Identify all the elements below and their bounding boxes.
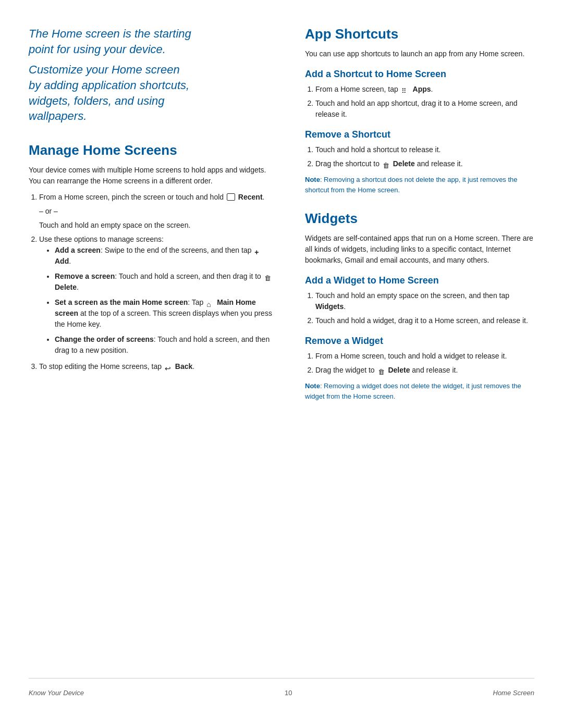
intro-text-3: Customize your Home screen — [29, 63, 180, 76]
manage-bullet3-bold: Set a screen as the main Home screen — [55, 298, 188, 306]
manage-recent-bold: Recent — [238, 193, 263, 201]
remove-widget-step2-text: Drag the widget to — [315, 366, 375, 374]
intro-text-2: point for using your device. — [29, 43, 166, 56]
widget-note-label: Note — [305, 382, 320, 390]
manage-back-bold: Back — [175, 362, 192, 371]
manage-bullet-list: Add a screen: Swipe to the end of the sc… — [39, 245, 279, 356]
footer-left: Know Your Device — [29, 689, 84, 697]
page-footer: Know Your Device 10 Home Screen — [29, 678, 534, 697]
manage-section: Manage Home Screens Your device comes wi… — [29, 142, 279, 372]
manage-bullet4-bold: Change the order of screens — [55, 335, 154, 343]
footer-page-number: 10 — [285, 689, 292, 697]
shortcut-note-label: Note — [305, 176, 320, 183]
widgets-heading: Widgets — [305, 211, 534, 227]
intro-text-1: The Home screen is the starting — [29, 27, 191, 40]
plus-icon — [254, 247, 262, 254]
manage-body: Your device comes with multiple Home scr… — [29, 165, 279, 187]
widget-note: Note: Removing a widget does not delete … — [305, 381, 534, 401]
manage-bullet1-text: : Swipe to the end of the screens, and t… — [101, 246, 252, 254]
apps-period: . — [431, 85, 433, 93]
add-widget-step2: Touch and hold a widget, drag it to a Ho… — [315, 315, 534, 326]
widget-delete-bold: Delete — [388, 366, 410, 374]
back-icon — [165, 363, 172, 371]
remove-shortcut-step1: Touch and hold a shortcut to release it. — [315, 144, 534, 155]
manage-step1: From a Home screen, pinch the screen or … — [39, 192, 279, 231]
manage-step3: To stop editing the Home screens, tap Ba… — [39, 361, 279, 372]
manage-bullet1: Add a screen: Swipe to the end of the sc… — [55, 245, 279, 267]
widgets-section: Widgets Widgets are self-contained apps … — [305, 211, 534, 401]
widgets-bold: Widgets — [315, 302, 344, 311]
widget-note-text: : Removing a widget does not delete the … — [305, 382, 521, 400]
two-column-layout: The Home screen is the starting point fo… — [29, 26, 534, 678]
manage-step1c: Touch and hold an empty space on the scr… — [39, 220, 279, 231]
manage-steps: From a Home screen, pinch the screen or … — [29, 192, 279, 372]
remove-shortcut-steps: Touch and hold a shortcut to release it.… — [305, 144, 534, 169]
delete-icon-1 — [264, 273, 272, 281]
shortcut-note-text: : Removing a shortcut does not delete th… — [305, 176, 518, 194]
remove-widget-heading: Remove a Widget — [305, 336, 534, 347]
add-shortcut-step1: From a Home screen, tap Apps. — [315, 84, 534, 95]
remove-widget-step1: From a Home screen, touch and hold a wid… — [315, 351, 534, 362]
remove-step2-end: and release it. — [417, 159, 463, 168]
manage-bullet2-bold: Remove a screen — [55, 272, 115, 280]
remove-shortcut-step2: Drag the shortcut to Delete and release … — [315, 158, 534, 169]
manage-bullet3-text: : Tap — [188, 298, 203, 306]
app-shortcuts-section: App Shortcuts You can use app shortcuts … — [305, 26, 534, 195]
shortcut-note: Note: Removing a shortcut does not delet… — [305, 175, 534, 195]
add-shortcut-step2: Touch and hold an app shortcut, drag it … — [315, 98, 534, 120]
widgets-period: . — [344, 302, 346, 311]
left-column: The Home screen is the starting point fo… — [29, 26, 279, 678]
apps-icon — [401, 85, 410, 94]
delete-icon-2 — [383, 160, 390, 168]
delete-icon-3 — [378, 366, 385, 375]
manage-bullet2-text: : Touch and hold a screen, and then drag… — [115, 272, 261, 280]
add-shortcut-step1-text: From a Home screen, tap — [315, 85, 398, 93]
app-shortcuts-body: You can use app shortcuts to launch an a… — [305, 48, 534, 59]
intro-line2: Customize your Home screen by adding app… — [29, 62, 279, 124]
add-widget-step1: Touch and hold an empty space on the scr… — [315, 290, 534, 312]
app-shortcuts-heading: App Shortcuts — [305, 26, 534, 42]
remove-step2-text: Drag the shortcut to — [315, 159, 380, 168]
manage-period: . — [192, 362, 194, 371]
manage-delete-bold: Delete — [55, 283, 77, 291]
manage-step2-text: Use these options to manage screens: — [39, 235, 164, 243]
remove-delete-bold: Delete — [393, 159, 415, 168]
manage-step3-text: To stop editing the Home screens, tap — [39, 362, 162, 371]
add-shortcut-steps: From a Home screen, tap Apps. Touch and … — [305, 84, 534, 120]
manage-add-bold: Add — [55, 257, 69, 265]
remove-widget-step2-end: and release it. — [412, 366, 458, 374]
intro-text-5: widgets, folders, and using — [29, 94, 165, 107]
add-widget-heading: Add a Widget to Home Screen — [305, 275, 534, 286]
manage-heading: Manage Home Screens — [29, 142, 279, 158]
manage-step2: Use these options to manage screens: Add… — [39, 234, 279, 356]
or-line: – or – — [39, 206, 279, 217]
remove-shortcut-heading: Remove a Shortcut — [305, 129, 534, 140]
widgets-body: Widgets are self-contained apps that run… — [305, 233, 534, 266]
remove-widget-step2: Drag the widget to Delete and release it… — [315, 365, 534, 376]
recent-icon — [227, 193, 235, 201]
page-container: The Home screen is the starting point fo… — [0, 0, 563, 728]
right-column: App Shortcuts You can use app shortcuts … — [305, 26, 534, 678]
home-icon — [206, 299, 214, 306]
manage-bullet1-bold: Add a screen — [55, 246, 101, 254]
manage-bullet3b-text: at the top of a screen. This screen disp… — [55, 309, 272, 328]
remove-widget-steps: From a Home screen, touch and hold a wid… — [305, 351, 534, 376]
intro-text-4: by adding application shortcuts, — [29, 79, 189, 92]
add-widget-steps: Touch and hold an empty space on the scr… — [305, 290, 534, 326]
intro-line1: The Home screen is the starting point fo… — [29, 26, 279, 57]
manage-step1a-text: From a Home screen, pinch the screen or … — [39, 193, 224, 201]
manage-bullet4: Change the order of screens: Touch and h… — [55, 334, 279, 356]
intro-text-6: wallpapers. — [29, 109, 87, 122]
apps-bold: Apps — [413, 85, 431, 93]
manage-bullet3: Set a screen as the main Home screen: Ta… — [55, 297, 279, 330]
footer-right: Home Screen — [493, 689, 534, 697]
add-widget-step1-text: Touch and hold an empty space on the scr… — [315, 291, 509, 300]
add-shortcut-heading: Add a Shortcut to Home Screen — [305, 69, 534, 80]
manage-bullet2: Remove a screen: Touch and hold a screen… — [55, 271, 279, 293]
